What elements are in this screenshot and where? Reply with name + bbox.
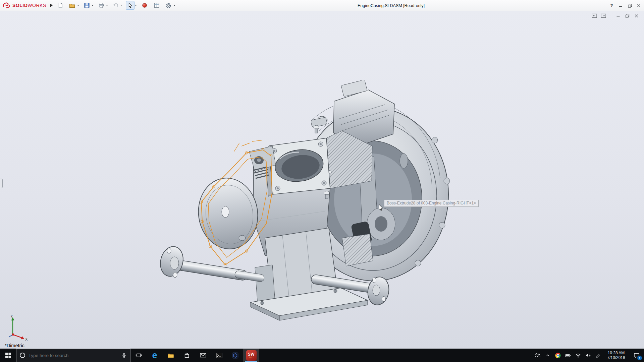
show-hidden-icons-button[interactable] bbox=[543, 349, 553, 362]
people-button[interactable] bbox=[533, 349, 543, 362]
windows-ink-button[interactable] bbox=[593, 349, 603, 362]
maximize-button[interactable] bbox=[625, 0, 634, 11]
document-minimize-icon bbox=[616, 14, 620, 18]
document-close-button[interactable] bbox=[633, 13, 639, 18]
edge-button[interactable]: e bbox=[147, 349, 163, 362]
solidworks-window: SOLIDWORKS bbox=[0, 0, 644, 362]
minimize-button[interactable] bbox=[616, 0, 625, 11]
mail-icon bbox=[200, 353, 206, 358]
battery-icon bbox=[565, 353, 571, 358]
windows-logo-icon bbox=[5, 353, 11, 358]
task-view-button[interactable] bbox=[130, 349, 147, 362]
options-dropdown-arrow[interactable] bbox=[173, 5, 175, 6]
mail-button[interactable] bbox=[195, 349, 211, 362]
open-dropdown-arrow[interactable] bbox=[77, 5, 79, 6]
close-button[interactable] bbox=[634, 0, 643, 11]
engine-casing-model[interactable] bbox=[154, 80, 537, 342]
view-orientation-label: *Dimetric bbox=[5, 343, 24, 348]
restore-icon bbox=[628, 4, 632, 8]
speaker-icon bbox=[585, 353, 591, 358]
taskbar-apps: e bbox=[130, 349, 259, 362]
side-cover bbox=[194, 174, 262, 253]
file-explorer-button[interactable] bbox=[163, 349, 179, 362]
window-controls: ? bbox=[607, 0, 643, 11]
options-button[interactable] bbox=[164, 1, 173, 10]
new-document-icon bbox=[57, 2, 63, 8]
undo-button[interactable] bbox=[111, 1, 120, 10]
menu-expand-arrow-icon[interactable] bbox=[50, 4, 53, 7]
people-icon bbox=[535, 353, 541, 358]
command-prompt-button[interactable] bbox=[211, 349, 227, 362]
bore-flange bbox=[265, 138, 330, 196]
windows-taskbar: e bbox=[0, 349, 644, 362]
clock-time: 10:28 AM bbox=[608, 351, 625, 355]
undo-icon bbox=[113, 2, 119, 8]
dock-pane-right-icon bbox=[601, 13, 606, 18]
save-button[interactable] bbox=[83, 1, 91, 10]
dock-pane-left-icon bbox=[592, 13, 597, 18]
sw-icon-year: 2017 bbox=[249, 356, 254, 359]
document-minimize-button[interactable] bbox=[615, 13, 621, 18]
chrome-tray-button[interactable] bbox=[553, 349, 563, 362]
design-table-button[interactable] bbox=[152, 1, 161, 10]
select-dropdown-arrow[interactable] bbox=[135, 5, 137, 6]
edge-icon: e bbox=[152, 351, 157, 360]
appearance-button[interactable] bbox=[140, 1, 149, 10]
command-prompt-icon bbox=[216, 353, 222, 358]
taskbar-clock[interactable]: 10:28 AM 7/13/2018 bbox=[603, 349, 629, 362]
volume-button[interactable] bbox=[583, 349, 593, 362]
solidworks-taskbar-button[interactable]: SW 2017 bbox=[243, 349, 259, 362]
title-bar: SOLIDWORKS bbox=[0, 0, 644, 11]
open-button[interactable] bbox=[68, 1, 77, 10]
network-button[interactable] bbox=[573, 349, 583, 362]
solidworks-logo-icon bbox=[3, 2, 11, 9]
brand-solid: SOLID bbox=[12, 3, 28, 8]
document-window-controls bbox=[591, 13, 639, 18]
print-button[interactable] bbox=[97, 1, 106, 10]
microphone-icon[interactable] bbox=[121, 353, 127, 358]
store-bag-icon bbox=[184, 352, 190, 358]
dock-pane-right-button[interactable] bbox=[600, 13, 606, 18]
clock-date: 7/13/2018 bbox=[607, 355, 625, 360]
taskbar-search-box[interactable] bbox=[16, 349, 130, 362]
action-center-button[interactable]: 2 bbox=[629, 349, 644, 362]
save-icon bbox=[84, 2, 90, 8]
solidworks-brand: SOLIDWORKS bbox=[0, 2, 46, 9]
chevron-up-icon bbox=[545, 353, 550, 358]
cortana-icon bbox=[20, 353, 25, 358]
store-button[interactable] bbox=[179, 349, 195, 362]
solidworks-app-icon: SW 2017 bbox=[246, 350, 257, 361]
left-shaft bbox=[157, 244, 265, 284]
triad-x-label: X bbox=[25, 337, 28, 341]
new-document-button[interactable] bbox=[56, 1, 65, 10]
battery-button[interactable] bbox=[563, 349, 573, 362]
close-icon bbox=[637, 4, 641, 7]
graphics-area[interactable]: Boss-Extrude28 of 003-Engine Casing-RIGH… bbox=[0, 11, 644, 349]
hex-app-icon bbox=[232, 352, 238, 359]
design-table-icon bbox=[154, 2, 160, 8]
hover-tooltip: Boss-Extrude28 of 003-Engine Casing-RIGH… bbox=[384, 200, 479, 207]
panel-splitter-handle[interactable] bbox=[0, 179, 3, 188]
print-dropdown-arrow[interactable] bbox=[106, 5, 108, 6]
pen-icon bbox=[595, 353, 601, 358]
window-title: EngineCasing.SLDASM [Read-only] bbox=[358, 0, 425, 11]
mouse-cursor-icon bbox=[378, 204, 384, 211]
material-sphere-icon bbox=[142, 2, 148, 8]
chrome-icon bbox=[555, 353, 561, 358]
document-close-icon bbox=[635, 14, 638, 18]
select-cursor-icon bbox=[127, 2, 133, 8]
help-button[interactable]: ? bbox=[607, 0, 616, 11]
brand-works: WORKS bbox=[28, 3, 46, 8]
triad-y-label: Y bbox=[10, 314, 13, 318]
hex-app-button[interactable] bbox=[227, 349, 243, 362]
dock-pane-left-button[interactable] bbox=[591, 13, 597, 18]
save-dropdown-arrow[interactable] bbox=[92, 5, 94, 6]
orientation-triad: Y X bbox=[6, 314, 30, 342]
notification-badge: 2 bbox=[637, 356, 642, 360]
document-restore-button[interactable] bbox=[624, 13, 630, 18]
select-tool-button[interactable] bbox=[126, 1, 135, 10]
start-button[interactable] bbox=[0, 349, 16, 362]
search-input[interactable] bbox=[29, 353, 118, 358]
quick-toolbar bbox=[56, 1, 177, 10]
undo-dropdown-arrow[interactable] bbox=[120, 5, 122, 6]
